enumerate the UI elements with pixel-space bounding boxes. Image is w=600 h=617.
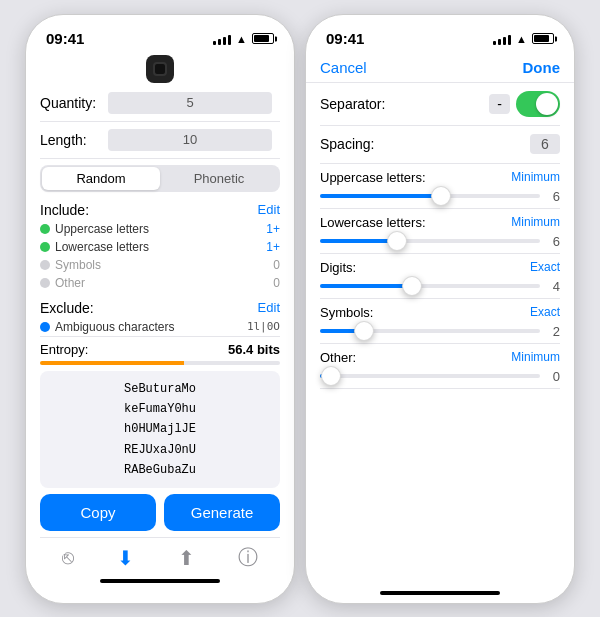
uppercase-section: Uppercase letters: Minimum 6 bbox=[320, 164, 560, 209]
separator-row: Separator: - bbox=[320, 83, 560, 126]
uppercase-slider[interactable] bbox=[320, 194, 540, 198]
ambiguous-dot bbox=[40, 322, 50, 332]
spacing-value[interactable]: 6 bbox=[530, 134, 560, 154]
symbols-label: Symbols bbox=[55, 258, 101, 272]
symbols-section: Symbols: Exact 2 bbox=[320, 299, 560, 344]
symbols-slider-value: 2 bbox=[546, 324, 560, 339]
entropy-bar bbox=[40, 361, 280, 365]
uppercase-mode[interactable]: Minimum bbox=[511, 170, 560, 184]
separator-right: - bbox=[489, 91, 560, 117]
spacing-label: Spacing: bbox=[320, 136, 374, 152]
other-label: Other bbox=[55, 276, 85, 290]
digits-slider[interactable] bbox=[320, 284, 540, 288]
exclude-edit[interactable]: Edit bbox=[258, 300, 280, 316]
symbols-mode[interactable]: Exact bbox=[530, 305, 560, 319]
other-slider[interactable] bbox=[320, 374, 540, 378]
symbols-count: 0 bbox=[273, 258, 280, 272]
password-line-2: keFumaY0hu bbox=[50, 399, 270, 419]
quantity-value[interactable]: 5 bbox=[108, 92, 272, 114]
include-label: Include: bbox=[40, 202, 100, 218]
include-edit[interactable]: Edit bbox=[258, 202, 280, 218]
lowercase-slider-row: 6 bbox=[320, 234, 560, 249]
status-icons-2: ▲ bbox=[493, 33, 554, 45]
share-icon[interactable]: ⎋ bbox=[62, 546, 74, 569]
copy-button[interactable]: Copy bbox=[40, 494, 156, 531]
separator-label: Separator: bbox=[320, 96, 385, 112]
include-header: Include: Edit bbox=[40, 198, 280, 220]
cancel-button[interactable]: Cancel bbox=[320, 59, 367, 76]
tab-random[interactable]: Random bbox=[42, 167, 160, 190]
other-count: 0 bbox=[273, 276, 280, 290]
spacing-row: Spacing: 6 bbox=[320, 126, 560, 164]
digits-section: Digits: Exact 4 bbox=[320, 254, 560, 299]
wifi-icon-2: ▲ bbox=[516, 33, 527, 45]
entropy-row: Entropy: 56.4 bits bbox=[40, 336, 280, 359]
ambiguous-label: Ambiguous characters bbox=[55, 320, 174, 334]
lowercase-slider[interactable] bbox=[320, 239, 540, 243]
include-uppercase: Uppercase letters 1+ bbox=[40, 220, 280, 238]
length-row: Length: 10 bbox=[40, 122, 280, 159]
battery-icon bbox=[252, 33, 274, 44]
info-icon[interactable]: ⓘ bbox=[238, 544, 258, 571]
other-slider-value: 0 bbox=[546, 369, 560, 384]
password-line-5: RABeGubaZu bbox=[50, 460, 270, 480]
symbols-slider[interactable] bbox=[320, 329, 540, 333]
exclude-ambiguous: Ambiguous characters 1l|0O bbox=[40, 318, 280, 336]
time-2: 09:41 bbox=[326, 30, 364, 47]
tab-phonetic[interactable]: Phonetic bbox=[160, 167, 278, 190]
download-icon[interactable]: ⬇ bbox=[117, 546, 134, 570]
uppercase-slider-row: 6 bbox=[320, 189, 560, 204]
upload-icon[interactable]: ⬆ bbox=[178, 546, 195, 570]
status-bar-1: 09:41 ▲ bbox=[26, 15, 294, 55]
uppercase-count: 1+ bbox=[266, 222, 280, 236]
separator-value[interactable]: - bbox=[489, 94, 510, 114]
lowercase-section-label: Lowercase letters: bbox=[320, 215, 426, 230]
generate-button[interactable]: Generate bbox=[164, 494, 280, 531]
password-line-3: h0HUMajlJE bbox=[50, 419, 270, 439]
phone-1: 09:41 ▲ Quantity: bbox=[25, 14, 295, 604]
other-section: Other: Minimum 0 bbox=[320, 344, 560, 389]
settings-header: Cancel Done bbox=[306, 55, 574, 83]
password-box: SeButuraMo keFumaY0hu h0HUMajlJE REJUxaJ… bbox=[40, 371, 280, 489]
status-icons-1: ▲ bbox=[213, 33, 274, 45]
entropy-value: 56.4 bits bbox=[228, 342, 280, 357]
done-button[interactable]: Done bbox=[523, 59, 561, 76]
digits-section-label: Digits: bbox=[320, 260, 356, 275]
lowercase-mode[interactable]: Minimum bbox=[511, 215, 560, 229]
quantity-row: Quantity: 5 bbox=[40, 85, 280, 122]
password-line-4: REJUxaJ0nU bbox=[50, 440, 270, 460]
signal-icon-2 bbox=[493, 33, 511, 45]
uppercase-dot bbox=[40, 224, 50, 234]
time-1: 09:41 bbox=[46, 30, 84, 47]
symbols-section-label: Symbols: bbox=[320, 305, 373, 320]
lowercase-letters-label: Lowercase letters bbox=[55, 240, 149, 254]
ambiguous-chars: 1l|0O bbox=[247, 320, 280, 333]
digits-slider-value: 4 bbox=[546, 279, 560, 294]
signal-icon bbox=[213, 33, 231, 45]
digits-slider-row: 4 bbox=[320, 279, 560, 294]
phone-2: 09:41 ▲ Cancel Done Separ bbox=[305, 14, 575, 604]
other-mode[interactable]: Minimum bbox=[511, 350, 560, 364]
settings-content: Separator: - Spacing: 6 Uppercase letter… bbox=[306, 83, 574, 389]
uppercase-letters-label: Uppercase letters bbox=[55, 222, 149, 236]
lowercase-dot bbox=[40, 242, 50, 252]
separator-toggle[interactable] bbox=[516, 91, 560, 117]
status-bar-2: 09:41 ▲ bbox=[306, 15, 574, 55]
mode-tabs: Random Phonetic bbox=[40, 165, 280, 192]
camera-notch bbox=[146, 55, 174, 83]
other-dot bbox=[40, 278, 50, 288]
digits-mode[interactable]: Exact bbox=[530, 260, 560, 274]
other-slider-row: 0 bbox=[320, 369, 560, 384]
uppercase-section-label: Uppercase letters: bbox=[320, 170, 426, 185]
home-indicator-2 bbox=[380, 591, 500, 595]
password-line-1: SeButuraMo bbox=[50, 379, 270, 399]
phone1-content: Quantity: 5 Length: 10 Random Phonetic I… bbox=[26, 85, 294, 604]
length-label: Length: bbox=[40, 132, 100, 148]
lowercase-slider-value: 6 bbox=[546, 234, 560, 249]
wifi-icon: ▲ bbox=[236, 33, 247, 45]
battery-icon-2 bbox=[532, 33, 554, 44]
length-value[interactable]: 10 bbox=[108, 129, 272, 151]
include-lowercase: Lowercase letters 1+ bbox=[40, 238, 280, 256]
include-symbols: Symbols 0 bbox=[40, 256, 280, 274]
other-section-label: Other: bbox=[320, 350, 356, 365]
